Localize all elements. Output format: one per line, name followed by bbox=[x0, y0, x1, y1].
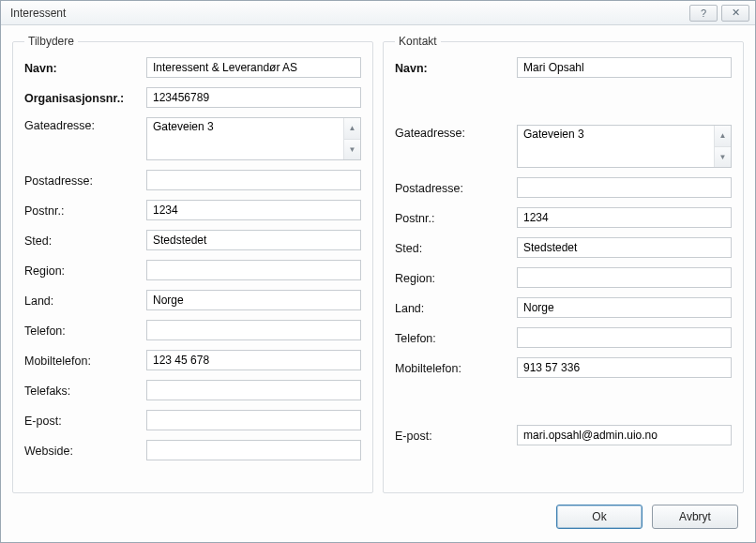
contact-name-input[interactable] bbox=[517, 57, 732, 78]
dialog-body: Tilbydere Navn: Organisasjonsnr.: Gatead… bbox=[1, 25, 755, 542]
provider-country-input[interactable] bbox=[146, 290, 361, 310]
columns: Tilbydere Navn: Organisasjonsnr.: Gatead… bbox=[12, 35, 744, 493]
provider-region-input[interactable] bbox=[146, 260, 361, 280]
label-provider-orgno: Organisasjonsnr.: bbox=[24, 90, 146, 105]
label-contact-mobile: Mobiltelefon: bbox=[395, 360, 517, 375]
label-contact-postno: Postnr.: bbox=[395, 210, 517, 225]
label-contact-region: Region: bbox=[395, 270, 517, 285]
help-icon: ? bbox=[701, 8, 706, 19]
contact-place-input[interactable] bbox=[517, 237, 732, 258]
contact-spacer bbox=[395, 87, 732, 115]
label-provider-phone: Telefon: bbox=[24, 323, 146, 338]
provider-mobile-input[interactable] bbox=[146, 350, 361, 370]
spinner-up-icon[interactable]: ▲ bbox=[344, 118, 360, 139]
label-provider-postaddr: Postadresse: bbox=[24, 173, 146, 188]
contact-spacer-2 bbox=[395, 387, 732, 415]
label-provider-website: Webside: bbox=[24, 443, 146, 458]
provider-postaddr-input[interactable] bbox=[146, 170, 361, 190]
label-contact-phone: Telefon: bbox=[395, 330, 517, 345]
contact-region-input[interactable] bbox=[517, 267, 732, 288]
label-contact-country: Land: bbox=[395, 300, 517, 315]
group-contact-legend: Kontakt bbox=[395, 35, 441, 48]
spinner-up-icon[interactable]: ▲ bbox=[715, 126, 731, 146]
provider-street-input[interactable] bbox=[147, 118, 343, 159]
provider-street-spinner: ▲ ▼ bbox=[343, 118, 360, 159]
label-provider-country: Land: bbox=[24, 293, 146, 308]
contact-street-wrap: ▲ ▼ bbox=[517, 125, 732, 168]
provider-orgno-input[interactable] bbox=[146, 87, 361, 108]
contact-postno-input[interactable] bbox=[517, 207, 732, 228]
close-icon: ✕ bbox=[732, 7, 740, 19]
provider-place-input[interactable] bbox=[146, 230, 361, 250]
contact-country-input[interactable] bbox=[517, 297, 732, 318]
close-button[interactable]: ✕ bbox=[721, 5, 749, 22]
provider-email-input[interactable] bbox=[146, 410, 361, 430]
group-providers: Tilbydere Navn: Organisasjonsnr.: Gatead… bbox=[12, 35, 373, 493]
label-provider-email: E-post: bbox=[24, 413, 146, 428]
label-contact-name: Navn: bbox=[395, 60, 517, 75]
cancel-button[interactable]: Avbryt bbox=[652, 505, 738, 529]
spinner-down-icon[interactable]: ▼ bbox=[715, 146, 731, 168]
provider-fax-input[interactable] bbox=[146, 380, 361, 400]
contact-phone-input[interactable] bbox=[517, 327, 732, 348]
titlebar: Interessent ? ✕ bbox=[1, 1, 755, 25]
label-provider-street: Gateadresse: bbox=[24, 117, 146, 132]
contact-street-input[interactable] bbox=[518, 126, 714, 167]
label-contact-place: Sted: bbox=[395, 240, 517, 255]
provider-website-input[interactable] bbox=[146, 440, 361, 460]
label-provider-name: Navn: bbox=[24, 60, 146, 75]
label-provider-region: Region: bbox=[24, 263, 146, 278]
contact-street-spinner: ▲ ▼ bbox=[714, 126, 731, 167]
label-contact-postaddr: Postadresse: bbox=[395, 180, 517, 195]
dialog-window: Interessent ? ✕ Tilbydere Navn: Organisa… bbox=[0, 0, 756, 543]
contact-postaddr-input[interactable] bbox=[517, 177, 732, 198]
contact-email-input[interactable] bbox=[517, 425, 732, 445]
group-providers-legend: Tilbydere bbox=[24, 35, 78, 48]
contact-mobile-input[interactable] bbox=[517, 357, 732, 378]
label-provider-mobile: Mobiltelefon: bbox=[24, 353, 146, 368]
dialog-footer: Ok Avbryt bbox=[12, 493, 744, 535]
label-provider-postno: Postnr.: bbox=[24, 203, 146, 218]
help-button[interactable]: ? bbox=[689, 5, 718, 22]
spinner-down-icon[interactable]: ▼ bbox=[344, 139, 360, 160]
label-provider-place: Sted: bbox=[24, 233, 146, 248]
ok-button[interactable]: Ok bbox=[556, 505, 643, 529]
provider-name-input[interactable] bbox=[146, 57, 361, 78]
titlebar-buttons: ? ✕ bbox=[689, 5, 749, 22]
provider-postno-input[interactable] bbox=[146, 200, 361, 220]
group-contact: Kontakt Navn: Gateadresse: ▲ ▼ bbox=[383, 35, 744, 493]
label-contact-street: Gateadresse: bbox=[395, 125, 517, 140]
provider-phone-input[interactable] bbox=[146, 320, 361, 340]
label-provider-fax: Telefaks: bbox=[24, 383, 146, 398]
label-contact-email: E-post: bbox=[395, 428, 517, 443]
window-title: Interessent bbox=[7, 7, 689, 20]
provider-street-wrap: ▲ ▼ bbox=[146, 117, 361, 160]
